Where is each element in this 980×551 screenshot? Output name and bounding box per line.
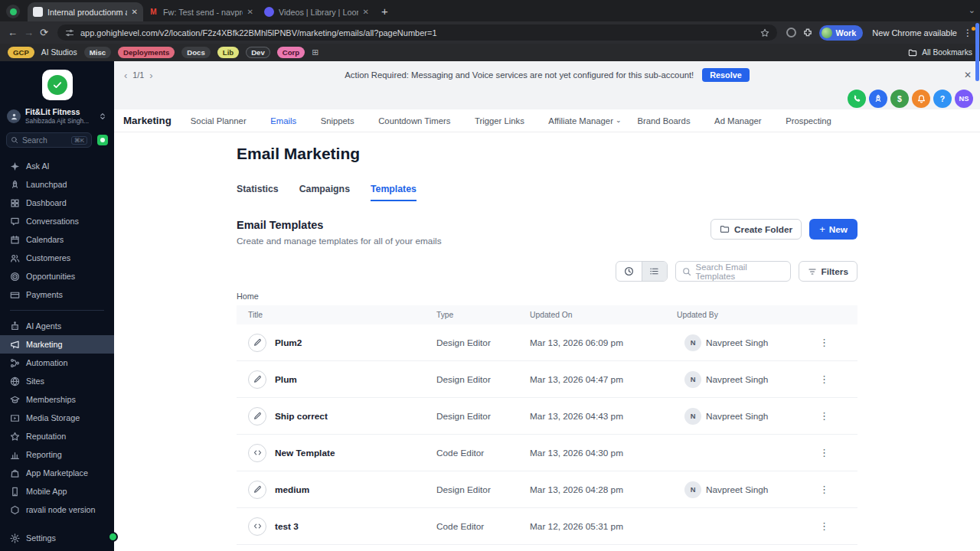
sidebar-item[interactable]: Sites [0, 372, 114, 390]
account-updown-icon[interactable] [98, 112, 107, 121]
bookmark-item[interactable]: Corp [277, 47, 305, 58]
module-tab[interactable]: Social Planner ⌄ [191, 116, 254, 126]
table-row[interactable]: Plum2 Design Editor Mar 13, 2026 06:09 p… [237, 324, 858, 361]
toolbar-extra-icon[interactable] [786, 28, 796, 37]
sidebar-item[interactable]: Customeres [0, 249, 114, 267]
bookmark-item[interactable]: Dev [246, 47, 270, 58]
row-menu-icon[interactable]: ⋮ [819, 520, 829, 532]
tab-search-button[interactable] [6, 5, 20, 18]
bookmark-star-icon[interactable] [760, 28, 769, 37]
sidebar-item[interactable]: App Marketplace [0, 464, 114, 482]
browser-tab[interactable]: M Fw: Test send - navpreet.sin ✕ [143, 2, 259, 21]
notifications-bell-icon[interactable] [912, 90, 930, 108]
history-view-toggle[interactable] [616, 262, 642, 281]
create-folder-button[interactable]: Create Folder [710, 219, 802, 240]
reload-button[interactable]: ⟳ [40, 27, 48, 38]
phone-icon[interactable] [848, 90, 866, 108]
list-view-toggle[interactable] [642, 262, 667, 281]
sidebar-item[interactable]: Ask AI [0, 157, 114, 175]
page-tab[interactable]: Statistics [237, 184, 279, 201]
notice-next-icon[interactable]: › [149, 70, 152, 80]
row-menu-icon[interactable]: ⋮ [819, 373, 829, 385]
module-tab[interactable]: Snippets ⌄ [321, 116, 363, 126]
notice-prev-icon[interactable]: ‹ [124, 70, 127, 80]
module-tab[interactable]: Emails ⌄ [270, 116, 304, 126]
browser-tab[interactable]: Videos | Library | Loom ✕ [259, 2, 374, 21]
module-tab[interactable]: Prospecting ⌄ [786, 116, 839, 126]
bookmarks-grid-icon[interactable]: ⊞ [312, 47, 318, 57]
help-icon[interactable]: ? [933, 90, 952, 108]
tab-close-icon[interactable]: ✕ [132, 8, 138, 16]
sidebar-item[interactable]: Launchpad [0, 175, 114, 194]
row-menu-icon[interactable]: ⋮ [819, 337, 829, 348]
sidebar-item[interactable]: Media Storage [0, 409, 114, 427]
sidebar-item[interactable]: Reputation [0, 427, 114, 445]
quick-actions-rocket-icon[interactable] [869, 90, 887, 108]
sidebar-item[interactable]: Opportunities [0, 267, 114, 285]
account-switcher[interactable]: Fit&Lit Fitness Sahibzada Ajit Singh... [0, 105, 114, 128]
tab-list-chevron-icon[interactable]: ⌄ [969, 5, 975, 15]
row-menu-icon[interactable]: ⋮ [819, 410, 829, 422]
table-row[interactable]: test 3 Code Editor Mar 12, 2026 05:31 pm… [237, 508, 858, 545]
module-tab[interactable]: Trigger Links ⌄ [475, 116, 532, 126]
resolve-button[interactable]: Resolve [702, 68, 749, 82]
sidebar-item[interactable]: Memberships [0, 390, 114, 409]
new-tab-button[interactable]: + [381, 5, 388, 17]
browser-tab[interactable]: Internal productionm accoun ✕ [28, 2, 143, 21]
templates-search-input[interactable]: Search Email Templates [675, 261, 791, 282]
module-tab[interactable]: Countdown Timers ⌄ [378, 116, 459, 126]
bookmark-item[interactable]: GCP [8, 47, 34, 58]
sidebar-item[interactable]: Marketing [0, 335, 114, 354]
back-button[interactable]: ← [8, 27, 18, 38]
extensions-icon[interactable] [802, 28, 813, 38]
site-info-icon[interactable] [65, 28, 74, 37]
row-menu-icon[interactable]: ⋮ [819, 484, 829, 495]
browser-menu-icon[interactable]: ⋮ [963, 28, 972, 38]
row-menu-icon[interactable]: ⋮ [819, 447, 829, 458]
filters-button[interactable]: Filters [799, 261, 858, 282]
tab-close-icon[interactable]: ✕ [247, 8, 253, 16]
page-tab[interactable]: Templates [371, 184, 416, 201]
rewards-icon[interactable]: $ [890, 90, 909, 108]
bookmark-item[interactable]: Docs [181, 47, 210, 58]
table-row[interactable]: New Template Code Editor Mar 13, 2026 04… [237, 435, 858, 471]
sidebar-item[interactable]: Conversations [0, 212, 114, 230]
breadcrumb[interactable]: Home [237, 292, 858, 301]
forward-button[interactable]: → [24, 27, 34, 38]
sidebar-item-icon [10, 340, 20, 350]
sidebar-item[interactable]: AI Agents [0, 317, 114, 335]
user-avatar[interactable]: NS [955, 90, 973, 108]
sidebar-search-input[interactable]: Search ⌘K [6, 132, 92, 148]
sidebar-item[interactable]: Reporting [0, 445, 114, 464]
sidebar-item-label: Media Storage [26, 413, 80, 422]
sidebar-item-settings[interactable]: Settings [0, 529, 114, 547]
sidebar-item[interactable]: Calendars [0, 230, 114, 249]
sidebar-item[interactable]: ravali node version [0, 500, 114, 519]
table-row[interactable]: Ship correct Design Editor Mar 13, 2026 … [237, 398, 858, 435]
all-bookmarks-button[interactable]: All Bookmarks [908, 48, 972, 57]
bookmark-item[interactable]: Misc [84, 47, 111, 58]
plus-icon: + [819, 223, 825, 235]
bookmark-item[interactable]: Deployments [118, 47, 175, 58]
new-button[interactable]: + New [809, 219, 858, 240]
bookmark-item[interactable]: Lib [217, 47, 239, 58]
sidebar-item[interactable]: Mobile App [0, 482, 114, 500]
support-bubble[interactable] [108, 532, 118, 542]
module-tab[interactable]: Affiliate Manager ⌄ [548, 116, 621, 126]
chrome-update-chip[interactable]: New Chrome available ⋮ [869, 28, 972, 38]
module-tab[interactable]: Brand Boards ⌄ [637, 116, 698, 126]
assistant-icon[interactable] [97, 135, 108, 145]
scrollbar-thumb[interactable] [975, 23, 979, 81]
sidebar-item[interactable]: Automation [0, 354, 114, 372]
sidebar-item[interactable]: Dashboard [0, 194, 114, 212]
tab-close-icon[interactable]: ✕ [363, 8, 369, 16]
sidebar-item[interactable]: Payments [0, 285, 114, 304]
bookmark-item[interactable]: AI Studios [41, 47, 77, 58]
browser-profile-chip[interactable]: Work [819, 25, 864, 41]
page-tab[interactable]: Campaigns [299, 184, 350, 201]
table-row[interactable]: Plum Design Editor Mar 13, 2026 04:47 pm… [237, 361, 858, 398]
notice-close-icon[interactable]: ✕ [964, 70, 972, 80]
module-tab[interactable]: Ad Manager ⌄ [714, 116, 769, 126]
table-row[interactable]: medium Design Editor Mar 13, 2026 04:28 … [237, 471, 858, 508]
address-bar[interactable]: app.gohighlevel.com/v2/location/F2z4XBfk… [57, 24, 777, 41]
